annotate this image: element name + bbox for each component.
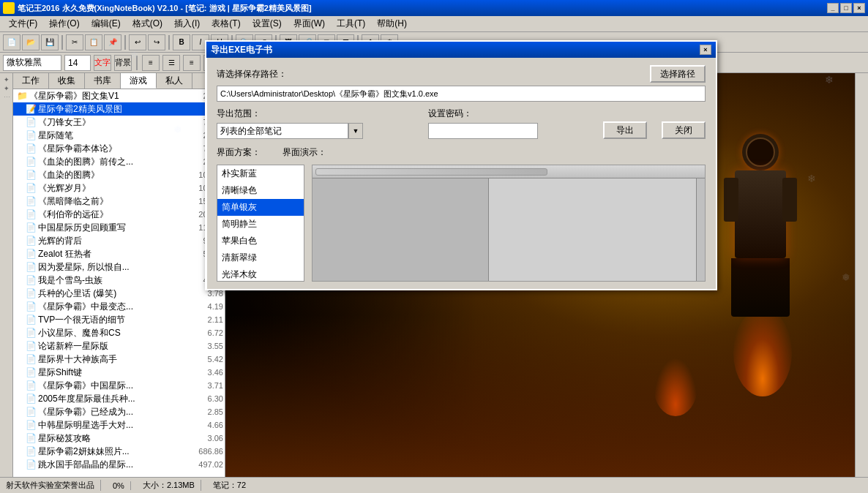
tree-item[interactable]: 📝 星际争霸2精美风景图 2.12 [13, 102, 225, 116]
password-label: 设置密码： [428, 108, 538, 120]
theme-item-qingxin[interactable]: 清新翠绿 [217, 249, 304, 266]
tree-item[interactable]: 📄 《星际争霸本体论》 76.59 [13, 142, 225, 155]
tree-item-label: 跳水国手部晶晶的星际... [38, 459, 195, 471]
toolbar-paste[interactable]: 📌 [104, 34, 121, 50]
toolbar-undo[interactable]: ↩ [129, 34, 146, 50]
tree-item[interactable]: 📄 2005年度星际最佳兵种... 6.30 [13, 392, 225, 405]
tree-item[interactable]: 📄 星际界十大神族高手 5.42 [13, 353, 225, 366]
tab-game[interactable]: 游戏 [121, 73, 157, 89]
tree-item[interactable]: 📄 《星际争霸》中国星际... 3.71 [13, 379, 225, 392]
font-size-selector[interactable]: 14 [64, 55, 91, 71]
tree-item[interactable]: 📄 星际随笔 21.80 [13, 129, 225, 142]
dialog-title-bar: 导出EXE电子书 × [206, 42, 716, 58]
tree-item-label: 《光辉岁月》 [38, 182, 195, 195]
bg-color-btn[interactable]: 背景 [114, 55, 132, 71]
menu-settings[interactable]: 设置(S) [247, 16, 288, 31]
theme-item-pinguo[interactable]: 苹果白色 [217, 233, 304, 249]
tree-item[interactable]: 📄 我是个雪鸟-虫族 49.88 [13, 274, 225, 287]
tree-item[interactable]: 📄 论诺新粹一星际版 3.55 [13, 339, 225, 353]
tab-collect[interactable]: 收集 [49, 73, 85, 89]
note-icon: 📄 [25, 235, 37, 246]
theme-item-guangze[interactable]: 光泽木纹 [217, 266, 304, 282]
toolbar-copy[interactable]: 📋 [85, 34, 102, 50]
toolbar-open[interactable]: 📂 [22, 34, 40, 50]
tree-item[interactable]: 📄 兵种的心里话 (爆笑) 3.78 [13, 287, 225, 300]
align-right[interactable]: ≡ [183, 55, 201, 71]
tree-item[interactable]: 📄 中国星际历史回顾重写 112.00 [13, 221, 225, 234]
password-col: 设置密码： [428, 108, 538, 139]
range-input[interactable] [217, 123, 348, 139]
align-left[interactable]: ≡ [142, 55, 160, 71]
theme-item-jianming[interactable]: 简明静兰 [217, 216, 304, 233]
tree-item[interactable]: 📄 星际争霸2妍妹妹照片... 686.86 [13, 445, 225, 458]
menu-edit[interactable]: 编辑(E) [86, 16, 127, 31]
tab-work[interactable]: 工作 [13, 73, 49, 89]
menu-insert[interactable]: 插入(I) [168, 16, 206, 31]
font-selector[interactable]: 微软雅黑 [3, 55, 61, 71]
menu-format[interactable]: 格式(O) [127, 16, 168, 31]
close-button[interactable]: 关闭 [662, 121, 706, 139]
export-button[interactable]: 导出 [603, 121, 647, 139]
note-icon: 📄 [25, 261, 37, 273]
maximize-button[interactable]: □ [840, 3, 852, 13]
tree-item-label: 《血染的图腾》前传之... [38, 156, 200, 168]
preview-area [312, 165, 706, 282]
tab-library[interactable]: 书库 [85, 73, 121, 89]
window-close-button[interactable]: × [853, 3, 865, 13]
font-color-btn[interactable]: 文字 [94, 55, 111, 71]
tree-item[interactable]: 📄 《黑暗降临之前》 152.57 [13, 195, 225, 208]
note-icon: 📄 [25, 182, 37, 194]
toolbar-cut[interactable]: ✂ [66, 34, 83, 50]
tree-item[interactable]: 📄 《血染的图腾》前传之... 28.03 [13, 155, 225, 168]
theme-item-jianyin[interactable]: 简单银灰 [217, 199, 304, 216]
tree-item[interactable]: 📄 《星际争霸》中最变态... 4.19 [13, 300, 225, 313]
toolbar-save[interactable]: 💾 [41, 34, 59, 50]
theme-list[interactable]: 朴实新蓝 清晰绿色 简单银灰 简明静兰 苹果白色 清新翠绿 光泽木纹 [217, 165, 304, 282]
menu-bar: 文件(F) 操作(O) 编辑(E) 格式(O) 插入(I) 表格(T) 设置(S… [0, 16, 868, 32]
export-dialog[interactable]: 导出EXE电子书 × 请选择保存路径： 选择路径 导出范围： [205, 40, 717, 290]
window-title: 笔记王2016 永久免费(XingNoteBook) V2.10 - [笔记: … [18, 3, 827, 14]
menu-interface[interactable]: 界面(W) [288, 16, 331, 31]
toolbar-redo[interactable]: ↪ [148, 34, 165, 50]
dialog-close-button[interactable]: × [700, 45, 711, 55]
tree-view[interactable]: 📁 《星际争霸》图文集V1 23.89 📝 星际争霸2精美风景图 2.12 📄 … [13, 89, 225, 477]
menu-operate[interactable]: 操作(O) [43, 16, 85, 31]
menu-file[interactable]: 文件(F) [3, 16, 43, 31]
status-bar: 射天软件实验室荣誉出品 0% 大小：2.13MB 笔记：72 [0, 477, 868, 493]
theme-item-qingxi[interactable]: 清晰绿色 [217, 182, 304, 199]
tree-item-label: Zealot 狂热者 [38, 248, 200, 260]
path-input[interactable] [217, 86, 706, 102]
tab-bar: 工作 收集 书库 游戏 私人 [13, 73, 225, 89]
tree-item[interactable]: 📄 星际秘笈攻略 3.06 [13, 432, 225, 445]
range-dropdown-button[interactable]: ▼ [348, 123, 363, 139]
toolbar-new[interactable]: 📄 [3, 34, 20, 50]
tree-item[interactable]: 📄 TVP一个很无语的细节 2.11 [13, 313, 225, 326]
tree-item[interactable]: 📄 星际Shift键 3.46 [13, 366, 225, 379]
tree-item[interactable]: 📄 因为爱星际, 所以恨自... 4.62 [13, 260, 225, 274]
tree-item[interactable]: 📄 《光辉岁月》 105.88 [13, 181, 225, 195]
note-icon: 📄 [25, 432, 37, 444]
toolbar-bold[interactable]: B [173, 34, 190, 50]
status-progress: 0% [113, 481, 131, 490]
menu-help[interactable]: 帮助(H) [371, 16, 413, 31]
align-center[interactable]: ☰ [162, 55, 180, 71]
menu-tools[interactable]: 工具(T) [331, 16, 371, 31]
tree-item[interactable]: 📄 《星际争霸》已经成为... 2.85 [13, 405, 225, 418]
tree-item[interactable]: 📄 小议星际、魔兽和CS 6.72 [13, 326, 225, 339]
tab-personal[interactable]: 私人 [157, 73, 192, 89]
dialog-middle-row: 导出范围： ▼ 设置密码： 导出 关闭 [217, 108, 706, 139]
tree-item[interactable]: 📄 中韩星际明星选手大对... 4.66 [13, 418, 225, 432]
choose-path-button[interactable]: 选择路径 [650, 65, 706, 83]
minimize-button[interactable]: _ [827, 3, 839, 13]
tree-item[interactable]: 📄 光辉的背后 91.73 [13, 234, 225, 247]
tree-item[interactable]: 📄 《刀锋女王》 75.79 [13, 116, 225, 129]
menu-table[interactable]: 表格(T) [206, 16, 246, 31]
tree-item[interactable]: 📄 《血染的图腾》 105.85 [13, 168, 225, 181]
password-input[interactable] [428, 123, 538, 139]
theme-item-pupu[interactable]: 朴实新蓝 [217, 165, 304, 182]
tree-item[interactable]: 📁 《星际争霸》图文集V1 23.89 [13, 89, 225, 102]
tree-item[interactable]: 📄 跳水国手部晶晶的星际... 497.02 [13, 458, 225, 471]
tree-item-label: 《星际争霸》中最变态... [38, 301, 205, 313]
tree-item[interactable]: 📄 Zealot 狂热者 51.37 [13, 247, 225, 260]
tree-item[interactable]: 📄 《利伯帝的远征》 208.39 [13, 208, 225, 221]
